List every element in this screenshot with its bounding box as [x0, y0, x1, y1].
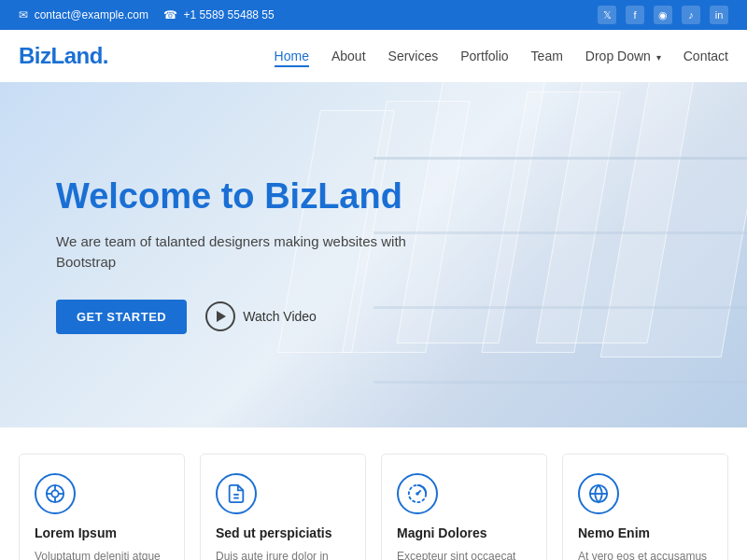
hero-section: Welcome to BizLand We are team of talant… — [0, 82, 747, 427]
hero-title-brand: BizLand — [264, 176, 402, 216]
nav-item-services[interactable]: Services — [388, 48, 439, 64]
nav-item-portfolio[interactable]: Portfolio — [460, 48, 508, 64]
play-icon — [205, 301, 235, 331]
facebook-icon[interactable]: f — [626, 6, 644, 24]
feature-desc-1: Voluptatum deleniti atque corrupti quos … — [35, 548, 169, 560]
nav-link-about[interactable]: About — [331, 49, 366, 63]
logo-accent: . — [103, 43, 108, 68]
nav-item-about[interactable]: About — [331, 48, 366, 64]
watch-video-button[interactable]: Watch Video — [205, 301, 317, 331]
nav-item-team[interactable]: Team — [531, 48, 563, 64]
instagram-icon[interactable]: ◉ — [654, 6, 672, 24]
feature-title-1: Lorem Ipsum — [35, 525, 169, 540]
feature-card-1: Lorem Ipsum Voluptatum deleniti atque co… — [19, 454, 185, 560]
email-link[interactable]: ✉ contact@example.com — [19, 8, 148, 21]
hero-subtitle: We are team of talanted designers making… — [56, 231, 411, 273]
email-icon: ✉ — [19, 8, 28, 21]
navbar: BizLand. Home About Services Portfolio T… — [0, 30, 747, 82]
feature-card-2: Sed ut perspiciatis Duis aute irure dolo… — [200, 454, 366, 560]
feature-icon-1 — [35, 473, 76, 514]
nav-link-dropdown[interactable]: Drop Down ▾ — [585, 49, 661, 63]
feature-title-2: Sed ut perspiciatis — [216, 525, 350, 540]
svg-point-10 — [416, 493, 418, 495]
hero-content: Welcome to BizLand We are team of talant… — [0, 175, 467, 334]
nav-link-services[interactable]: Services — [388, 49, 439, 63]
top-bar: ✉ contact@example.com ☎ +1 5589 55488 55… — [0, 0, 747, 30]
nav-link-home[interactable]: Home — [275, 49, 309, 67]
nav-item-home[interactable]: Home — [275, 48, 309, 64]
nav-link-portfolio[interactable]: Portfolio — [460, 49, 508, 63]
feature-desc-4: At vero eos et accusamus et iusto odio d… — [578, 548, 712, 560]
phone-link[interactable]: ☎ +1 5589 55488 55 — [163, 8, 275, 21]
feature-card-3: Magni Dolores Excepteur sint occaecat cu… — [381, 454, 547, 560]
top-bar-contact: ✉ contact@example.com ☎ +1 5589 55488 55 — [19, 8, 275, 21]
play-triangle — [217, 311, 226, 322]
nav-item-dropdown[interactable]: Drop Down ▾ — [585, 48, 661, 64]
feature-desc-3: Excepteur sint occaecat cupidatat non pr… — [397, 548, 531, 560]
nav-link-contact[interactable]: Contact — [684, 49, 728, 63]
feature-card-4: Nemo Enim At vero eos et accusamus et iu… — [562, 454, 728, 560]
get-started-button[interactable]: GET STARTED — [56, 300, 187, 334]
feature-icon-2 — [216, 473, 257, 514]
phone-icon: ☎ — [163, 8, 177, 21]
nav-menu: Home About Services Portfolio Team Drop … — [275, 48, 728, 64]
svg-point-1 — [51, 490, 58, 497]
hero-title-plain: Welcome to — [56, 176, 264, 216]
chevron-down-icon: ▾ — [656, 52, 661, 63]
feature-icon-4 — [578, 473, 619, 514]
feature-desc-2: Duis aute irure dolor in reprehenderit i… — [216, 548, 350, 560]
logo[interactable]: BizLand. — [19, 43, 108, 69]
features-section: Lorem Ipsum Voluptatum deleniti atque co… — [0, 427, 747, 560]
twitter-icon[interactable]: 𝕏 — [598, 6, 616, 24]
logo-text: BizLand — [19, 43, 103, 68]
feature-title-3: Magni Dolores — [397, 525, 531, 540]
nav-link-team[interactable]: Team — [531, 49, 563, 63]
social-links: 𝕏 f ◉ ♪ in — [598, 6, 728, 24]
hero-actions: GET STARTED Watch Video — [56, 300, 411, 334]
feature-title-4: Nemo Enim — [578, 525, 712, 540]
music-icon[interactable]: ♪ — [682, 6, 700, 24]
watch-video-label: Watch Video — [243, 309, 317, 324]
linkedin-icon[interactable]: in — [710, 6, 728, 24]
hero-title: Welcome to BizLand — [56, 175, 411, 218]
nav-item-contact[interactable]: Contact — [684, 48, 728, 64]
feature-icon-3 — [397, 473, 438, 514]
